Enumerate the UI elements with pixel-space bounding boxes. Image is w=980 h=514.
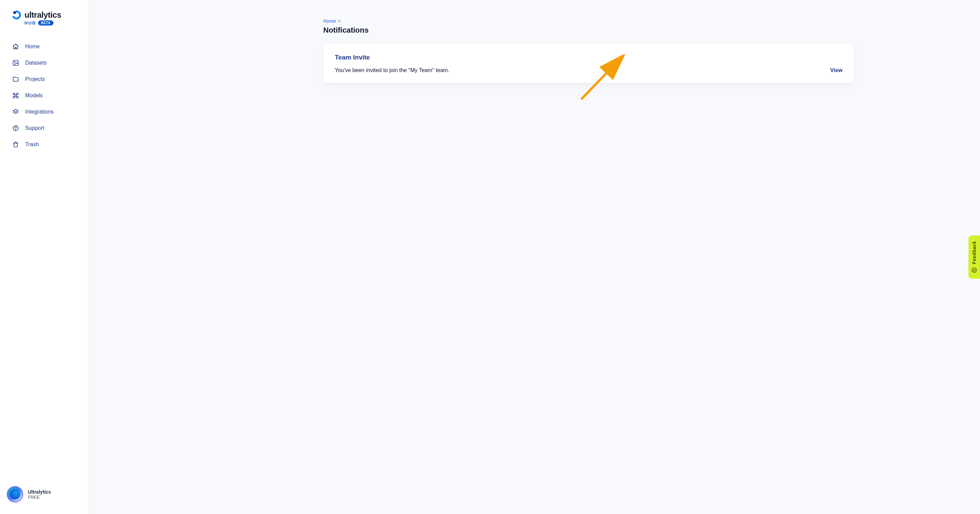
logo-block[interactable]: ultralytics HUB BETA bbox=[0, 10, 88, 35]
folder-icon bbox=[12, 76, 19, 82]
main: Home > Notifications Team Invite You've … bbox=[89, 0, 980, 514]
breadcrumb-home[interactable]: Home bbox=[323, 18, 336, 24]
sidebar-item-projects[interactable]: Projects bbox=[7, 71, 81, 87]
sidebar-item-label: Integrations bbox=[25, 109, 54, 115]
notification-title: Team Invite bbox=[335, 54, 843, 61]
notification-card: Team Invite You've been invited to join … bbox=[323, 44, 854, 83]
feedback-label: Feedback bbox=[972, 241, 977, 265]
sidebar-item-label: Home bbox=[25, 43, 40, 50]
help-icon bbox=[12, 125, 19, 132]
svg-point-2 bbox=[14, 62, 15, 63]
image-icon bbox=[12, 59, 19, 66]
sidebar-item-label: Trash bbox=[25, 141, 39, 148]
user-name: Ultralytics bbox=[28, 489, 51, 495]
sidebar-item-integrations[interactable]: Integrations bbox=[7, 104, 81, 120]
layers-icon bbox=[12, 108, 19, 115]
user-plan: FREE bbox=[28, 495, 51, 500]
smile-icon bbox=[971, 267, 977, 273]
sidebar: ultralytics HUB BETA Home Datasets Proje… bbox=[0, 0, 89, 514]
sidebar-item-datasets[interactable]: Datasets bbox=[7, 55, 81, 71]
sidebar-item-models[interactable]: Models bbox=[7, 87, 81, 104]
page-title: Notifications bbox=[323, 26, 854, 35]
feedback-tab[interactable]: Feedback bbox=[969, 236, 980, 279]
svg-point-8 bbox=[973, 269, 974, 270]
logo-icon bbox=[12, 10, 22, 20]
sidebar-item-label: Projects bbox=[25, 76, 45, 82]
beta-badge: BETA bbox=[38, 21, 53, 25]
notification-body: You've been invited to join the "My Team… bbox=[335, 67, 449, 73]
command-icon bbox=[12, 92, 19, 99]
svg-point-7 bbox=[972, 268, 977, 273]
logo-text: ultralytics bbox=[24, 10, 61, 20]
sidebar-user[interactable]: Ultralytics FREE bbox=[0, 481, 88, 507]
sidebar-item-label: Support bbox=[25, 125, 44, 131]
svg-point-4 bbox=[15, 130, 16, 130]
sidebar-item-home[interactable]: Home bbox=[7, 38, 81, 55]
sidebar-item-label: Datasets bbox=[25, 60, 47, 66]
trash-icon bbox=[12, 141, 19, 148]
avatar bbox=[7, 486, 23, 503]
annotation-arrow-icon bbox=[575, 54, 630, 102]
sidebar-item-trash[interactable]: Trash bbox=[7, 136, 81, 152]
sidebar-nav: Home Datasets Projects Models Integratio… bbox=[0, 35, 88, 481]
view-button[interactable]: View bbox=[830, 67, 843, 73]
home-icon bbox=[12, 43, 19, 50]
logo-hub-text: HUB bbox=[24, 21, 36, 25]
svg-line-6 bbox=[582, 60, 619, 98]
sidebar-item-support[interactable]: Support bbox=[7, 120, 81, 136]
breadcrumb: Home > bbox=[323, 18, 854, 24]
sidebar-item-label: Models bbox=[25, 92, 43, 98]
breadcrumb-separator: > bbox=[338, 18, 340, 24]
